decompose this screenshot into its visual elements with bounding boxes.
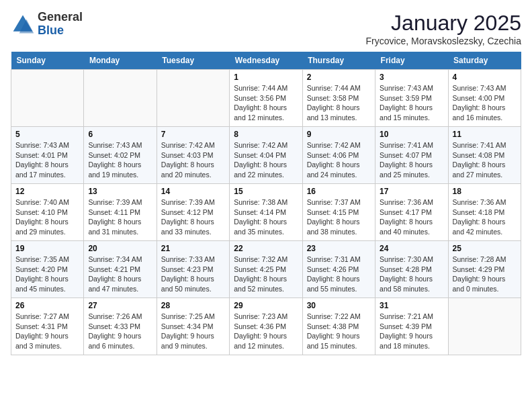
day-number: 24 [380, 244, 443, 253]
day-number: 5 [15, 130, 79, 139]
calendar-cell: 30Sunrise: 7:22 AM Sunset: 4:38 PM Dayli… [302, 298, 375, 355]
day-number: 30 [307, 301, 371, 310]
day-info: Sunrise: 7:42 AM Sunset: 4:03 PM Dayligh… [161, 140, 225, 180]
calendar-cell [448, 298, 521, 355]
day-number: 12 [15, 187, 79, 196]
calendar-cell: 29Sunrise: 7:23 AM Sunset: 4:36 PM Dayli… [230, 298, 302, 355]
calendar-cell: 17Sunrise: 7:36 AM Sunset: 4:17 PM Dayli… [375, 184, 448, 241]
week-row-4: 19Sunrise: 7:35 AM Sunset: 4:20 PM Dayli… [11, 241, 521, 298]
day-number: 13 [88, 187, 152, 196]
day-info: Sunrise: 7:40 AM Sunset: 4:10 PM Dayligh… [15, 197, 79, 237]
day-number: 26 [15, 301, 79, 310]
day-number: 16 [307, 187, 371, 196]
header-day-wednesday: Wednesday [230, 52, 302, 70]
logo-text: General Blue [38, 11, 83, 38]
day-info: Sunrise: 7:36 AM Sunset: 4:18 PM Dayligh… [453, 197, 517, 237]
day-number: 8 [234, 130, 298, 139]
calendar-cell: 24Sunrise: 7:30 AM Sunset: 4:28 PM Dayli… [375, 241, 448, 298]
calendar-cell: 2Sunrise: 7:44 AM Sunset: 3:58 PM Daylig… [302, 70, 375, 127]
day-info: Sunrise: 7:41 AM Sunset: 4:08 PM Dayligh… [453, 140, 517, 180]
day-number: 10 [380, 130, 443, 139]
day-info: Sunrise: 7:39 AM Sunset: 4:11 PM Dayligh… [88, 197, 152, 237]
day-info: Sunrise: 7:44 AM Sunset: 3:58 PM Dayligh… [307, 83, 371, 123]
calendar-cell: 28Sunrise: 7:25 AM Sunset: 4:34 PM Dayli… [157, 298, 229, 355]
header-day-saturday: Saturday [448, 52, 521, 70]
day-info: Sunrise: 7:34 AM Sunset: 4:21 PM Dayligh… [88, 255, 152, 294]
day-info: Sunrise: 7:26 AM Sunset: 4:33 PM Dayligh… [88, 312, 152, 351]
calendar-cell: 22Sunrise: 7:32 AM Sunset: 4:25 PM Dayli… [230, 241, 302, 298]
logo-general-text: General [38, 11, 83, 24]
day-info: Sunrise: 7:39 AM Sunset: 4:12 PM Dayligh… [161, 197, 225, 237]
day-info: Sunrise: 7:23 AM Sunset: 4:36 PM Dayligh… [234, 312, 298, 351]
calendar-body: 1Sunrise: 7:44 AM Sunset: 3:56 PM Daylig… [11, 70, 521, 355]
header-day-monday: Monday [84, 52, 157, 70]
logo-blue-text: Blue [38, 24, 83, 38]
day-number: 23 [307, 244, 371, 253]
calendar-cell: 15Sunrise: 7:38 AM Sunset: 4:14 PM Dayli… [230, 184, 302, 241]
day-number: 7 [161, 130, 225, 139]
calendar-cell: 21Sunrise: 7:33 AM Sunset: 4:23 PM Dayli… [157, 241, 229, 298]
day-info: Sunrise: 7:28 AM Sunset: 4:29 PM Dayligh… [453, 255, 517, 294]
day-number: 28 [161, 301, 225, 310]
day-info: Sunrise: 7:22 AM Sunset: 4:38 PM Dayligh… [307, 312, 371, 351]
calendar-cell [157, 70, 229, 127]
day-info: Sunrise: 7:30 AM Sunset: 4:28 PM Dayligh… [380, 255, 443, 294]
day-number: 1 [234, 73, 298, 82]
calendar-cell: 26Sunrise: 7:27 AM Sunset: 4:31 PM Dayli… [11, 298, 84, 355]
day-info: Sunrise: 7:31 AM Sunset: 4:26 PM Dayligh… [307, 255, 371, 294]
day-info: Sunrise: 7:32 AM Sunset: 4:25 PM Dayligh… [234, 255, 298, 294]
day-info: Sunrise: 7:43 AM Sunset: 3:59 PM Dayligh… [380, 83, 443, 123]
calendar-cell: 4Sunrise: 7:43 AM Sunset: 4:00 PM Daylig… [448, 70, 521, 127]
calendar-cell: 14Sunrise: 7:39 AM Sunset: 4:12 PM Dayli… [157, 184, 229, 241]
day-number: 20 [88, 244, 152, 253]
calendar-cell [84, 70, 157, 127]
calendar-cell: 31Sunrise: 7:21 AM Sunset: 4:39 PM Dayli… [375, 298, 448, 355]
day-info: Sunrise: 7:35 AM Sunset: 4:20 PM Dayligh… [15, 255, 79, 294]
day-number: 11 [453, 130, 517, 139]
calendar-cell: 3Sunrise: 7:43 AM Sunset: 3:59 PM Daylig… [375, 70, 448, 127]
header-day-tuesday: Tuesday [157, 52, 229, 70]
calendar-cell: 12Sunrise: 7:40 AM Sunset: 4:10 PM Dayli… [11, 184, 84, 241]
day-number: 31 [380, 301, 443, 310]
calendar-cell: 20Sunrise: 7:34 AM Sunset: 4:21 PM Dayli… [84, 241, 157, 298]
day-number: 4 [453, 73, 517, 82]
calendar-cell: 1Sunrise: 7:44 AM Sunset: 3:56 PM Daylig… [230, 70, 302, 127]
title-block: January 2025 Frycovice, Moravskoslezsky,… [365, 11, 521, 46]
calendar-cell: 5Sunrise: 7:43 AM Sunset: 4:01 PM Daylig… [11, 127, 84, 184]
day-number: 17 [380, 187, 443, 196]
day-info: Sunrise: 7:42 AM Sunset: 4:06 PM Dayligh… [307, 140, 371, 180]
logo-icon [11, 12, 35, 36]
day-info: Sunrise: 7:41 AM Sunset: 4:07 PM Dayligh… [380, 140, 443, 180]
day-info: Sunrise: 7:43 AM Sunset: 4:01 PM Dayligh… [15, 140, 79, 180]
week-row-3: 12Sunrise: 7:40 AM Sunset: 4:10 PM Dayli… [11, 184, 521, 241]
week-row-1: 1Sunrise: 7:44 AM Sunset: 3:56 PM Daylig… [11, 70, 521, 127]
header-row: SundayMondayTuesdayWednesdayThursdayFrid… [11, 52, 521, 70]
header-day-sunday: Sunday [11, 52, 84, 70]
day-number: 29 [234, 301, 298, 310]
calendar-header: SundayMondayTuesdayWednesdayThursdayFrid… [11, 52, 521, 70]
logo: General Blue [11, 11, 83, 38]
day-number: 9 [307, 130, 371, 139]
day-number: 19 [15, 244, 79, 253]
day-info: Sunrise: 7:43 AM Sunset: 4:02 PM Dayligh… [88, 140, 152, 180]
day-info: Sunrise: 7:25 AM Sunset: 4:34 PM Dayligh… [161, 312, 225, 351]
day-info: Sunrise: 7:21 AM Sunset: 4:39 PM Dayligh… [380, 312, 443, 351]
calendar-cell: 19Sunrise: 7:35 AM Sunset: 4:20 PM Dayli… [11, 241, 84, 298]
day-info: Sunrise: 7:38 AM Sunset: 4:14 PM Dayligh… [234, 197, 298, 237]
day-number: 27 [88, 301, 152, 310]
calendar-cell: 7Sunrise: 7:42 AM Sunset: 4:03 PM Daylig… [157, 127, 229, 184]
calendar-cell: 8Sunrise: 7:42 AM Sunset: 4:04 PM Daylig… [230, 127, 302, 184]
day-number: 15 [234, 187, 298, 196]
calendar-cell [11, 70, 84, 127]
calendar-cell: 25Sunrise: 7:28 AM Sunset: 4:29 PM Dayli… [448, 241, 521, 298]
calendar-cell: 9Sunrise: 7:42 AM Sunset: 4:06 PM Daylig… [302, 127, 375, 184]
calendar-cell: 6Sunrise: 7:43 AM Sunset: 4:02 PM Daylig… [84, 127, 157, 184]
header-day-thursday: Thursday [302, 52, 375, 70]
calendar-cell: 13Sunrise: 7:39 AM Sunset: 4:11 PM Dayli… [84, 184, 157, 241]
day-info: Sunrise: 7:37 AM Sunset: 4:15 PM Dayligh… [307, 197, 371, 237]
day-info: Sunrise: 7:42 AM Sunset: 4:04 PM Dayligh… [234, 140, 298, 180]
day-number: 22 [234, 244, 298, 253]
day-info: Sunrise: 7:27 AM Sunset: 4:31 PM Dayligh… [15, 312, 79, 351]
day-number: 6 [88, 130, 152, 139]
week-row-2: 5Sunrise: 7:43 AM Sunset: 4:01 PM Daylig… [11, 127, 521, 184]
